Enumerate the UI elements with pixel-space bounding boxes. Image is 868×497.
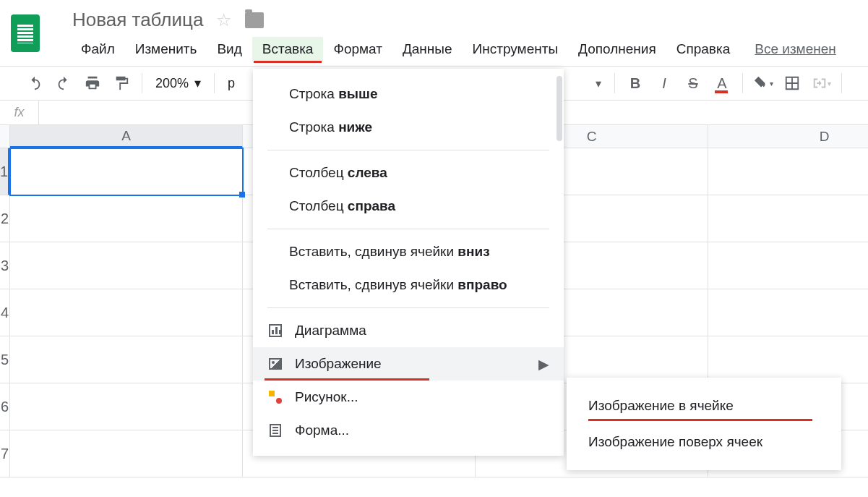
italic-button[interactable]: I <box>651 70 677 96</box>
separator <box>267 307 549 308</box>
submenu-arrow-icon: ▶ <box>538 356 549 373</box>
row-header-6[interactable]: 6 <box>0 383 10 430</box>
image-icon <box>267 356 283 372</box>
menu-row-below[interactable]: Строка ниже <box>253 111 564 144</box>
separator <box>214 73 215 93</box>
menubar: Файл Изменить Вид Вставка Формат Данные … <box>51 37 868 61</box>
separator <box>142 73 142 93</box>
menu-chart[interactable]: Диаграмма <box>253 314 564 347</box>
document-title[interactable]: Новая таблица <box>72 9 203 31</box>
cell[interactable] <box>10 195 243 242</box>
chevron-down-icon: ▾ <box>194 75 201 91</box>
row-header-5[interactable]: 5 <box>0 336 10 383</box>
submenu-image-in-cell[interactable]: Изображение в ячейке <box>567 388 841 424</box>
paint-format-button[interactable] <box>108 70 134 96</box>
cell[interactable] <box>10 383 243 430</box>
fill-color-button[interactable]: ▾ <box>750 70 776 96</box>
menu-col-right[interactable]: Столбец справа <box>253 190 564 223</box>
color-indicator <box>715 90 728 93</box>
menu-row-above[interactable]: Строка выше <box>253 77 564 111</box>
separator <box>267 150 549 150</box>
borders-button[interactable] <box>779 70 805 96</box>
menu-drawing[interactable]: Рисунок... <box>253 381 564 414</box>
menu-shift-down[interactable]: Вставить, сдвинув ячейки вниз <box>253 235 564 268</box>
row-header-1[interactable]: 1 <box>0 148 10 195</box>
submenu-image-over-cells[interactable]: Изображение поверх ячеек <box>567 424 841 460</box>
insert-menu-dropdown: Строка выше Строка ниже Столбец слева Ст… <box>253 69 564 456</box>
toolbar-text: р <box>222 76 235 91</box>
separator <box>841 73 842 93</box>
form-icon <box>267 422 283 438</box>
row-header-3[interactable]: 3 <box>0 242 10 289</box>
changes-link[interactable]: Все изменен <box>755 41 836 57</box>
merge-button[interactable]: ▾ <box>808 70 834 96</box>
menu-form[interactable]: Форма... <box>253 414 564 447</box>
star-icon[interactable]: ☆ <box>216 10 232 30</box>
menu-insert[interactable]: Вставка <box>252 37 324 61</box>
menu-data[interactable]: Данные <box>392 37 463 61</box>
cell[interactable] <box>10 289 243 336</box>
cell[interactable] <box>708 242 868 289</box>
separator <box>267 229 549 229</box>
row-header-2[interactable]: 2 <box>0 195 10 242</box>
separator <box>742 73 743 93</box>
image-submenu: Изображение в ячейке Изображение поверх … <box>567 378 841 470</box>
highlight-underline <box>254 61 322 63</box>
cell[interactable] <box>708 289 868 336</box>
cell[interactable] <box>708 195 868 242</box>
row-header-7[interactable]: 7 <box>0 430 10 477</box>
print-button[interactable] <box>80 70 106 96</box>
menu-tools[interactable]: Инструменты <box>463 37 568 61</box>
col-header-a[interactable]: A <box>10 125 243 148</box>
separator <box>614 73 615 93</box>
drawing-icon <box>267 389 283 405</box>
folder-icon[interactable] <box>245 12 264 28</box>
col-header-d[interactable]: D <box>708 125 868 148</box>
cell[interactable] <box>708 336 868 383</box>
cell[interactable] <box>10 336 243 383</box>
highlight-underline <box>588 419 812 421</box>
sheets-logo <box>11 14 40 52</box>
menu-format[interactable]: Формат <box>323 37 392 61</box>
chart-icon <box>267 323 283 339</box>
menu-edit[interactable]: Изменить <box>125 37 207 61</box>
chevron-down-icon[interactable]: ▾ <box>590 77 607 90</box>
strikethrough-button[interactable]: S <box>680 70 706 96</box>
text-color-button[interactable]: A <box>709 70 735 96</box>
cell-a1[interactable] <box>10 148 243 195</box>
menu-view[interactable]: Вид <box>207 37 252 61</box>
menu-shift-right[interactable]: Вставить, сдвинув ячейки вправо <box>253 268 564 302</box>
undo-button[interactable] <box>22 70 48 96</box>
select-all-corner[interactable] <box>0 125 10 148</box>
menu-addons[interactable]: Дополнения <box>568 37 666 61</box>
cell[interactable] <box>708 148 868 195</box>
cell[interactable] <box>10 430 243 477</box>
redo-button[interactable] <box>51 70 77 96</box>
bold-button[interactable]: B <box>622 70 648 96</box>
fx-icon: fx <box>0 101 39 124</box>
row-header-4[interactable]: 4 <box>0 289 10 336</box>
menu-file[interactable]: Файл <box>71 37 125 61</box>
menu-help[interactable]: Справка <box>666 37 741 61</box>
menu-image[interactable]: Изображение▶ <box>253 347 564 381</box>
cell[interactable] <box>10 242 243 289</box>
menu-col-left[interactable]: Столбец слева <box>253 156 564 190</box>
zoom-selector[interactable]: 200%▾ <box>150 75 207 91</box>
